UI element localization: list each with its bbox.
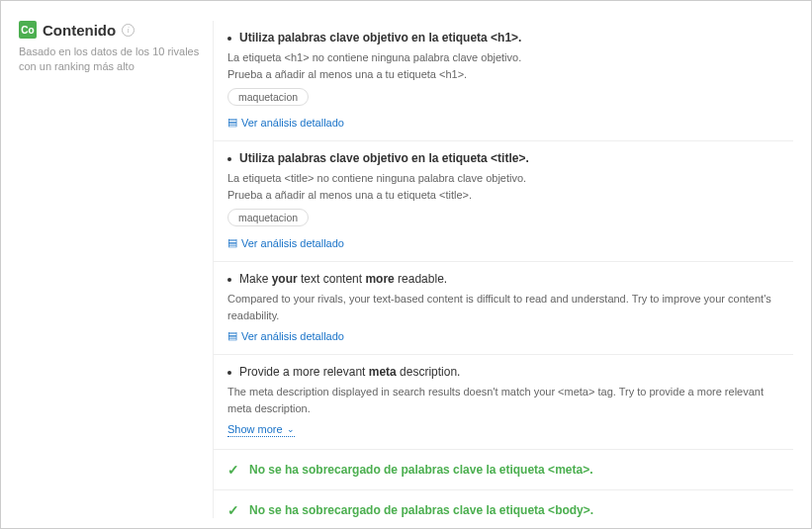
- check-text: No se ha sobrecargado de palabras clave …: [249, 503, 593, 517]
- category-title: Contenido: [43, 22, 116, 39]
- recommendation-item: Utiliza palabras clave objetivo en la et…: [214, 21, 793, 141]
- item-title: Utiliza palabras clave objetivo en la et…: [227, 31, 781, 44]
- item-description: La etiqueta <title> no contiene ninguna …: [227, 170, 781, 203]
- check-icon: ✓: [227, 502, 239, 518]
- detailed-analysis-link[interactable]: Ver análisis detallado: [241, 117, 344, 129]
- recommendation-item: Provide a more relevant meta description…: [214, 355, 793, 450]
- bullet-icon: [227, 278, 231, 282]
- category-badge: Co: [19, 21, 37, 39]
- analysis-icon: ▤: [227, 236, 237, 249]
- show-more-link[interactable]: Show more⌄: [227, 423, 295, 437]
- recommendation-item: Utiliza palabras clave objetivo en la et…: [214, 141, 793, 262]
- check-item: ✓ No se ha sobrecargado de palabras clav…: [214, 450, 793, 490]
- bullet-icon: [227, 157, 231, 161]
- info-icon[interactable]: i: [122, 24, 135, 37]
- detailed-analysis-link[interactable]: Ver análisis detallado: [241, 237, 344, 249]
- category-subtitle: Basado en los datos de los 10 rivales co…: [19, 44, 203, 75]
- analysis-icon: ▤: [227, 329, 237, 342]
- bullet-icon: [227, 37, 231, 41]
- analysis-icon: ▤: [227, 116, 237, 129]
- detailed-analysis-link[interactable]: Ver análisis detallado: [241, 330, 344, 342]
- item-description: The meta description displayed in search…: [227, 384, 781, 416]
- item-description: Compared to your rivals, your text-based…: [227, 291, 781, 323]
- item-title: Utiliza palabras clave objetivo en la et…: [227, 151, 781, 165]
- chevron-down-icon: ⌄: [287, 424, 295, 434]
- item-title: Make your text content more readable.: [227, 272, 781, 286]
- check-icon: ✓: [227, 462, 239, 478]
- keyword-chip[interactable]: maquetacion: [227, 209, 309, 226]
- sidebar: Co Contenido i Basado en los datos de lo…: [19, 21, 213, 518]
- check-text: No se ha sobrecargado de palabras clave …: [249, 463, 592, 477]
- bullet-icon: [227, 371, 231, 375]
- check-item: ✓ No se ha sobrecargado de palabras clav…: [214, 490, 793, 529]
- page: Co Contenido i Basado en los datos de lo…: [0, 0, 812, 529]
- item-title: Provide a more relevant meta description…: [227, 365, 781, 379]
- content-panel: Utiliza palabras clave objetivo en la et…: [213, 21, 793, 518]
- item-description: La etiqueta <h1> no contiene ninguna pal…: [227, 49, 781, 82]
- recommendation-item: Make your text content more readable. Co…: [214, 262, 793, 355]
- sidebar-header: Co Contenido i: [19, 21, 203, 39]
- keyword-chip[interactable]: maquetacion: [227, 88, 309, 106]
